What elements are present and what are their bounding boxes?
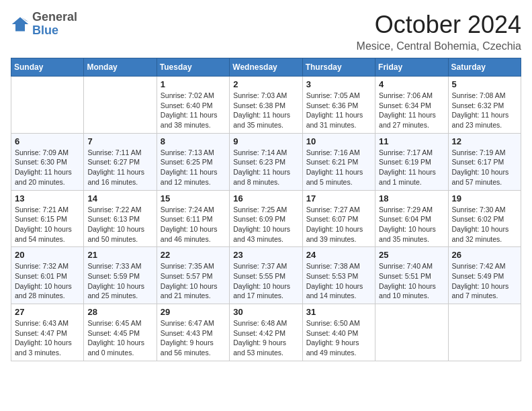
day-info: Sunrise: 6:47 AM Sunset: 4:43 PM Dayligh… <box>161 318 226 358</box>
calendar-week-5: 27Sunrise: 6:43 AM Sunset: 4:47 PM Dayli… <box>11 304 521 361</box>
calendar-cell: 27Sunrise: 6:43 AM Sunset: 4:47 PM Dayli… <box>11 304 84 361</box>
calendar-cell: 8Sunrise: 7:13 AM Sunset: 6:25 PM Daylig… <box>157 133 229 190</box>
calendar-cell <box>375 304 448 361</box>
day-info: Sunrise: 7:35 AM Sunset: 5:57 PM Dayligh… <box>161 261 226 301</box>
day-number: 11 <box>379 136 444 146</box>
weekday-header-monday: Monday <box>84 58 157 77</box>
day-number: 7 <box>87 136 152 146</box>
calendar-cell: 10Sunrise: 7:16 AM Sunset: 6:21 PM Dayli… <box>302 133 375 190</box>
logo-icon <box>11 15 30 34</box>
day-number: 21 <box>87 250 152 260</box>
location-subtitle: Mesice, Central Bohemia, Czechia <box>357 40 521 52</box>
logo-blue: Blue <box>32 24 58 37</box>
day-info: Sunrise: 7:21 AM Sunset: 6:15 PM Dayligh… <box>15 205 80 244</box>
calendar-cell: 29Sunrise: 6:47 AM Sunset: 4:43 PM Dayli… <box>157 304 229 361</box>
day-number: 9 <box>233 136 298 146</box>
day-info: Sunrise: 7:02 AM Sunset: 6:40 PM Dayligh… <box>161 91 226 130</box>
calendar-header: SundayMondayTuesdayWednesdayThursdayFrid… <box>11 58 521 77</box>
day-number: 22 <box>161 250 226 260</box>
day-number: 2 <box>233 79 298 89</box>
calendar-cell: 7Sunrise: 7:11 AM Sunset: 6:27 PM Daylig… <box>84 133 157 190</box>
day-info: Sunrise: 7:42 AM Sunset: 5:49 PM Dayligh… <box>452 261 517 301</box>
calendar-cell: 30Sunrise: 6:48 AM Sunset: 4:42 PM Dayli… <box>230 304 302 361</box>
day-info: Sunrise: 7:32 AM Sunset: 6:01 PM Dayligh… <box>15 261 80 301</box>
svg-marker-0 <box>12 17 29 31</box>
weekday-header-wednesday: Wednesday <box>230 58 302 77</box>
day-number: 5 <box>452 79 517 89</box>
day-info: Sunrise: 7:17 AM Sunset: 6:19 PM Dayligh… <box>379 148 444 187</box>
weekday-header-thursday: Thursday <box>302 58 375 77</box>
day-number: 13 <box>15 193 80 203</box>
month-title: October 2024 <box>357 11 521 39</box>
day-number: 16 <box>233 193 298 203</box>
day-info: Sunrise: 7:29 AM Sunset: 6:04 PM Dayligh… <box>379 205 444 244</box>
calendar-week-3: 13Sunrise: 7:21 AM Sunset: 6:15 PM Dayli… <box>11 190 521 247</box>
day-info: Sunrise: 7:09 AM Sunset: 6:30 PM Dayligh… <box>15 148 80 187</box>
calendar-cell: 5Sunrise: 7:08 AM Sunset: 6:32 PM Daylig… <box>448 77 521 134</box>
day-number: 8 <box>161 136 226 146</box>
day-number: 29 <box>161 307 226 317</box>
day-info: Sunrise: 7:24 AM Sunset: 6:11 PM Dayligh… <box>161 205 226 244</box>
calendar-week-4: 20Sunrise: 7:32 AM Sunset: 6:01 PM Dayli… <box>11 247 521 304</box>
day-info: Sunrise: 7:08 AM Sunset: 6:32 PM Dayligh… <box>452 91 517 130</box>
day-number: 18 <box>379 193 444 203</box>
calendar-cell: 1Sunrise: 7:02 AM Sunset: 6:40 PM Daylig… <box>157 77 229 134</box>
calendar-cell: 6Sunrise: 7:09 AM Sunset: 6:30 PM Daylig… <box>11 133 84 190</box>
day-info: Sunrise: 7:25 AM Sunset: 6:09 PM Dayligh… <box>233 205 298 244</box>
day-info: Sunrise: 7:14 AM Sunset: 6:23 PM Dayligh… <box>233 148 298 187</box>
day-info: Sunrise: 7:22 AM Sunset: 6:13 PM Dayligh… <box>87 205 152 244</box>
day-number: 14 <box>87 193 152 203</box>
day-number: 10 <box>306 136 371 146</box>
calendar-cell: 23Sunrise: 7:37 AM Sunset: 5:55 PM Dayli… <box>230 247 302 304</box>
calendar-table: SundayMondayTuesdayWednesdayThursdayFrid… <box>11 58 521 361</box>
day-number: 6 <box>15 136 80 146</box>
calendar-cell: 2Sunrise: 7:03 AM Sunset: 6:38 PM Daylig… <box>230 77 302 134</box>
calendar-cell: 28Sunrise: 6:45 AM Sunset: 4:45 PM Dayli… <box>84 304 157 361</box>
day-number: 4 <box>379 79 444 89</box>
weekday-header-sunday: Sunday <box>11 58 84 77</box>
day-number: 15 <box>161 193 226 203</box>
calendar-cell: 12Sunrise: 7:19 AM Sunset: 6:17 PM Dayli… <box>448 133 521 190</box>
day-number: 1 <box>161 79 226 89</box>
day-number: 12 <box>452 136 517 146</box>
day-number: 28 <box>87 307 152 317</box>
day-number: 25 <box>379 250 444 260</box>
day-info: Sunrise: 7:37 AM Sunset: 5:55 PM Dayligh… <box>233 261 298 301</box>
calendar-week-2: 6Sunrise: 7:09 AM Sunset: 6:30 PM Daylig… <box>11 133 521 190</box>
calendar-cell: 4Sunrise: 7:06 AM Sunset: 6:34 PM Daylig… <box>375 77 448 134</box>
day-number: 31 <box>306 307 371 317</box>
day-info: Sunrise: 6:50 AM Sunset: 4:40 PM Dayligh… <box>306 318 371 358</box>
day-info: Sunrise: 6:45 AM Sunset: 4:45 PM Dayligh… <box>87 318 152 358</box>
calendar-cell: 22Sunrise: 7:35 AM Sunset: 5:57 PM Dayli… <box>157 247 229 304</box>
calendar-cell: 15Sunrise: 7:24 AM Sunset: 6:11 PM Dayli… <box>157 190 229 247</box>
calendar-cell <box>11 77 84 134</box>
calendar-cell: 21Sunrise: 7:33 AM Sunset: 5:59 PM Dayli… <box>84 247 157 304</box>
calendar-week-1: 1Sunrise: 7:02 AM Sunset: 6:40 PM Daylig… <box>11 77 521 134</box>
calendar-cell: 20Sunrise: 7:32 AM Sunset: 6:01 PM Dayli… <box>11 247 84 304</box>
day-number: 17 <box>306 193 371 203</box>
day-number: 27 <box>15 307 80 317</box>
day-number: 3 <box>306 79 371 89</box>
day-info: Sunrise: 6:43 AM Sunset: 4:47 PM Dayligh… <box>15 318 80 358</box>
weekday-header-saturday: Saturday <box>448 58 521 77</box>
day-info: Sunrise: 7:05 AM Sunset: 6:36 PM Dayligh… <box>306 91 371 130</box>
day-info: Sunrise: 7:40 AM Sunset: 5:51 PM Dayligh… <box>379 261 444 301</box>
calendar-cell <box>84 77 157 134</box>
day-info: Sunrise: 7:03 AM Sunset: 6:38 PM Dayligh… <box>233 91 298 130</box>
calendar-cell <box>448 304 521 361</box>
calendar-cell: 26Sunrise: 7:42 AM Sunset: 5:49 PM Dayli… <box>448 247 521 304</box>
calendar-cell: 3Sunrise: 7:05 AM Sunset: 6:36 PM Daylig… <box>302 77 375 134</box>
title-block: October 2024 Mesice, Central Bohemia, Cz… <box>357 11 521 52</box>
day-info: Sunrise: 7:38 AM Sunset: 5:53 PM Dayligh… <box>306 261 371 301</box>
day-info: Sunrise: 7:16 AM Sunset: 6:21 PM Dayligh… <box>306 148 371 187</box>
page-header: General Blue October 2024 Mesice, Centra… <box>11 11 521 52</box>
day-number: 24 <box>306 250 371 260</box>
weekday-header-tuesday: Tuesday <box>157 58 229 77</box>
calendar-cell: 19Sunrise: 7:30 AM Sunset: 6:02 PM Dayli… <box>448 190 521 247</box>
day-number: 30 <box>233 307 298 317</box>
calendar-cell: 9Sunrise: 7:14 AM Sunset: 6:23 PM Daylig… <box>230 133 302 190</box>
day-number: 23 <box>233 250 298 260</box>
day-number: 19 <box>452 193 517 203</box>
weekday-header-friday: Friday <box>375 58 448 77</box>
day-info: Sunrise: 7:33 AM Sunset: 5:59 PM Dayligh… <box>87 261 152 301</box>
